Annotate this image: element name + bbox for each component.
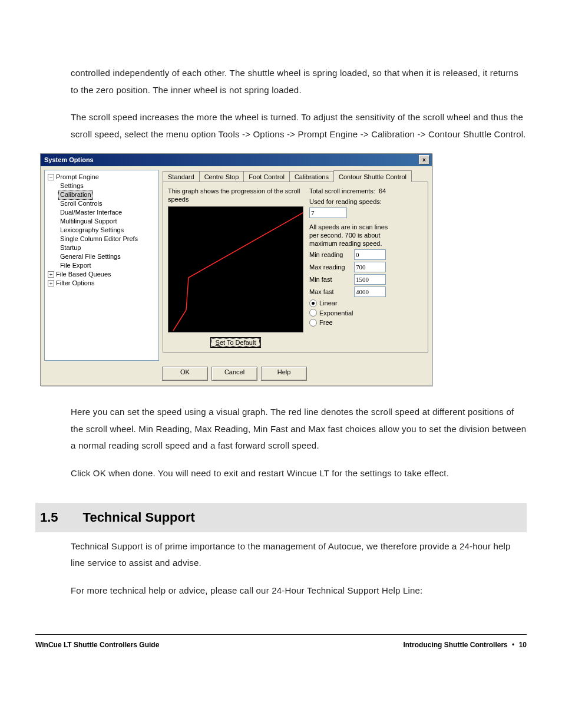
tree-item-single-column[interactable]: Single Column Editor Prefs (46, 235, 157, 243)
tree-item-settings[interactable]: Settings (46, 182, 157, 190)
intro-paragraph-1: controlled independently of each other. … (35, 65, 527, 98)
post-dialog-paragraph-1: Here you can set the speed using a visua… (35, 404, 527, 454)
radio-free[interactable]: Free (309, 318, 423, 327)
radio-exponential[interactable]: Exponential (309, 309, 423, 317)
tab-row: Standard Centre Stop Foot Control Calibr… (163, 170, 428, 182)
intro-paragraph-2: The scroll speed increases the more the … (35, 109, 527, 143)
tree-item-calibration[interactable]: Calibration (46, 190, 157, 199)
tree-label: Prompt Engine (56, 173, 99, 181)
dialog-titlebar: System Options × (41, 154, 432, 166)
used-reading-label: Used for reading speeds: (309, 197, 423, 206)
system-options-dialog: System Options × − Prompt Engine Setting… (40, 153, 432, 386)
tab-centre-stop[interactable]: Centre Stop (199, 171, 244, 182)
tree-item-file-based-queues[interactable]: + File Based Queues (46, 270, 157, 279)
tab-calibrations[interactable]: Calibrations (289, 171, 334, 182)
section-title: Technical Support (83, 505, 195, 530)
used-reading-input[interactable] (309, 207, 347, 218)
radio-icon[interactable] (309, 319, 317, 327)
collapse-icon[interactable]: − (48, 174, 54, 180)
tree-item-filter-options[interactable]: + Filter Options (46, 279, 157, 288)
min-fast-label: Min fast (309, 275, 351, 284)
total-increments-label: Total scroll increments: 64 (309, 187, 423, 195)
section-paragraph-2: For more technical help or advice, pleas… (35, 582, 527, 599)
tree-root[interactable]: − Prompt Engine (46, 173, 157, 182)
close-icon[interactable]: × (419, 155, 429, 164)
section-paragraph-1: Technical Support is of prime importance… (35, 538, 527, 572)
max-fast-label: Max fast (309, 288, 351, 296)
cancel-button[interactable]: Cancel (211, 367, 257, 381)
min-reading-input[interactable] (354, 249, 386, 260)
speed-note: All speeds are in scan lines per second.… (309, 223, 398, 248)
tree-item-file-export[interactable]: File Export (46, 261, 157, 270)
max-reading-input[interactable] (354, 262, 386, 272)
tree-item-dual-master[interactable]: Dual/Master Interface (46, 208, 157, 217)
tree-item-general-file[interactable]: General File Settings (46, 252, 157, 261)
tree-item-lexicography[interactable]: Lexicography Settings (46, 226, 157, 235)
set-to-default-button[interactable]: Set To Default (210, 337, 261, 348)
graph-caption: This graph shows the progression of the … (168, 187, 303, 204)
tab-contour-shuttle[interactable]: Contour Shuttle Control (333, 170, 412, 182)
document-footer: WinCue LT Shuttle Controllers Guide Intr… (35, 634, 527, 652)
max-fast-input[interactable] (354, 286, 386, 297)
radio-linear[interactable]: Linear (309, 299, 423, 307)
scroll-speed-graph (168, 206, 303, 332)
max-reading-label: Max reading (309, 263, 351, 271)
min-fast-input[interactable] (354, 274, 386, 285)
footer-right: Introducing Shuttle Controllers • 10 (403, 638, 527, 652)
dialog-title: System Options (44, 156, 94, 164)
ok-button[interactable]: OK (162, 367, 208, 381)
expand-icon[interactable]: + (48, 271, 54, 278)
tree-item-startup[interactable]: Startup (46, 243, 157, 252)
tree-item-scroll-controls[interactable]: Scroll Controls (46, 199, 157, 208)
section-number: 1.5 (40, 505, 58, 530)
footer-left: WinCue LT Shuttle Controllers Guide (35, 638, 159, 652)
options-tree[interactable]: − Prompt Engine Settings Calibration Scr… (44, 170, 159, 361)
help-button[interactable]: Help (261, 367, 307, 381)
section-heading: 1.5 Technical Support (35, 503, 527, 532)
tree-item-multilingual[interactable]: Multilingual Support (46, 217, 157, 226)
radio-icon[interactable] (309, 299, 317, 307)
expand-icon[interactable]: + (48, 280, 54, 286)
tab-standard[interactable]: Standard (163, 171, 200, 182)
radio-icon[interactable] (309, 309, 317, 317)
tab-foot-control[interactable]: Foot Control (243, 171, 290, 182)
post-dialog-paragraph-2: Click OK when done. You will need to exi… (35, 465, 527, 482)
min-reading-label: Min reading (309, 251, 351, 259)
